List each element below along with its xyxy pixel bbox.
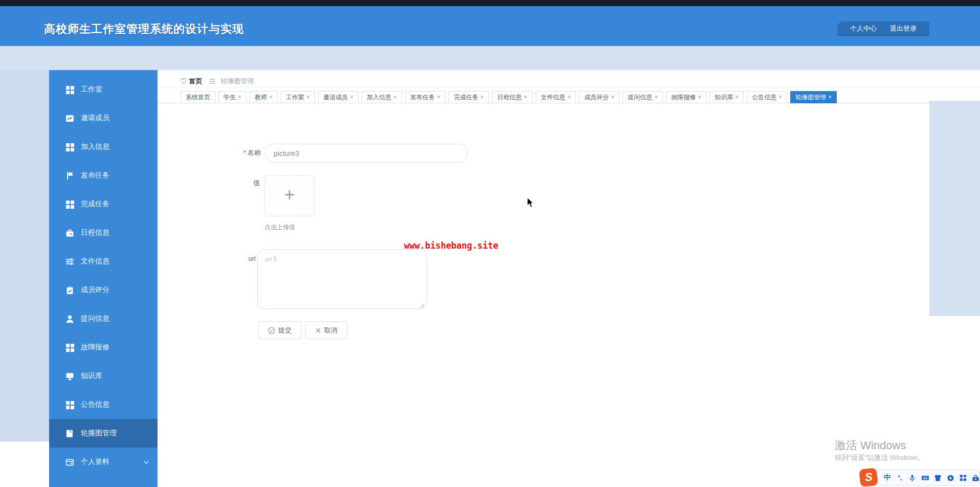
sidebar-item-studio[interactable]: 工作室 — [49, 75, 158, 104]
tab-file-info[interactable]: 文件信息× — [536, 91, 576, 103]
value-label: 值 — [246, 179, 260, 188]
sidebar-item-label: 完成任务 — [81, 200, 109, 209]
tab-label: 发布任务 — [410, 93, 435, 102]
plus-icon: + — [284, 186, 295, 204]
tab-close-icon[interactable]: × — [611, 94, 614, 100]
logout-link[interactable]: 退出登录 — [890, 24, 917, 33]
tab-close-icon[interactable]: × — [698, 94, 701, 100]
sidebar-item-carousel-management[interactable]: 轮播图管理 — [49, 419, 158, 448]
sidebar-item-member-score[interactable]: 成员评分 — [49, 276, 158, 304]
name-label: *名称 — [233, 148, 261, 158]
tab-close-icon[interactable]: × — [735, 94, 739, 100]
sidebar-item-label: 发布任务 — [81, 171, 109, 180]
grid-icon — [65, 200, 74, 209]
tab-knowledge-base[interactable]: 知识库× — [709, 91, 744, 103]
tab-close-icon[interactable]: × — [393, 94, 397, 100]
sogou-logo-icon[interactable]: S — [859, 468, 878, 486]
submit-button[interactable]: 提交 — [258, 321, 301, 339]
tab-carousel-management[interactable]: 轮播图管理× — [790, 91, 837, 103]
tab-schedule-info[interactable]: 日程信息× — [492, 91, 532, 103]
tab-label: 文件信息 — [541, 93, 565, 102]
tab-close-icon[interactable]: × — [269, 94, 273, 100]
close-icon: ✕ — [315, 327, 321, 334]
sidebar-item-label: 轮播图管理 — [81, 429, 117, 438]
punctuation-icon[interactable]: °, — [896, 474, 904, 482]
sidebar-item-label: 知识库 — [81, 371, 102, 381]
tab-label: 完成任务 — [454, 93, 478, 102]
sidebar-item-schedule-info[interactable]: 日程信息 — [49, 218, 158, 247]
tab-close-icon[interactable]: × — [567, 94, 571, 100]
chinese-mode-icon[interactable]: 中 — [883, 474, 892, 482]
tab-label: 公告信息 — [752, 93, 776, 102]
tab-label: 工作室 — [286, 93, 304, 102]
microphone-icon[interactable] — [908, 474, 917, 482]
tab-label: 教师 — [255, 93, 267, 102]
breadcrumb: ♡ 首页 轮播图管理 — [180, 76, 254, 87]
tab-teacher[interactable]: 教师× — [250, 91, 278, 103]
sidebar-item-fault-repair[interactable]: 故障报修 — [49, 333, 158, 362]
sidebar-item-invite-members[interactable]: 邀请成员 — [49, 104, 158, 132]
tab-close-icon[interactable]: × — [828, 94, 832, 100]
tab-member-score[interactable]: 成员评分× — [579, 91, 619, 103]
idcard-icon — [65, 458, 74, 467]
background-right-column — [929, 101, 980, 316]
tab-fault-repair[interactable]: 故障报修× — [666, 91, 706, 103]
upload-dropzone[interactable]: + — [264, 175, 315, 216]
os-top-strip — [0, 0, 980, 6]
sidebar-item-file-info[interactable]: 文件信息 — [49, 247, 158, 276]
tab-label: 轮播图管理 — [795, 93, 826, 102]
emoji-icon[interactable] — [946, 474, 954, 482]
tab-close-icon[interactable]: × — [306, 94, 310, 100]
keyboard-icon[interactable] — [921, 474, 929, 482]
profile-link[interactable]: 个人中心 — [850, 24, 877, 33]
chevron-down-icon — [143, 459, 149, 465]
windows-activation-subtitle: 转到"设置"以激活 Windows。 — [835, 453, 925, 462]
tab-label: 提问信息 — [628, 93, 652, 102]
tab-complete-task[interactable]: 完成任务× — [449, 91, 489, 103]
ime-toolbar: S 中 °, — [863, 470, 980, 486]
tab-close-icon[interactable]: × — [778, 94, 782, 100]
tab-label: 邀请成员 — [323, 93, 348, 102]
tab-question-info[interactable]: 提问信息× — [622, 91, 663, 103]
toolbox-icon[interactable] — [971, 474, 979, 482]
url-textarea[interactable] — [257, 249, 427, 309]
breadcrumb-home[interactable]: ♡ 首页 — [180, 77, 202, 86]
grid-icon — [65, 85, 74, 94]
cancel-button[interactable]: ✕ 取消 — [305, 321, 347, 339]
background-left-strip — [0, 70, 49, 441]
tab-close-icon[interactable]: × — [350, 94, 353, 100]
mouse-cursor — [527, 197, 534, 208]
sidebar-nav: 工作室邀请成员加入信息发布任务完成任务日程信息文件信息成员评分提问信息故障报修知… — [49, 70, 158, 487]
sidebar-item-label: 成员评分 — [81, 285, 109, 295]
sidebar-item-personal-profile[interactable]: 个人资料 — [49, 448, 158, 476]
sidebar-item-complete-task[interactable]: 完成任务 — [49, 190, 158, 218]
sidebar-item-publish-task[interactable]: 发布任务 — [49, 161, 158, 190]
check-circle-icon — [268, 327, 275, 334]
tab-close-icon[interactable]: × — [480, 94, 484, 100]
grid-icon — [65, 401, 74, 409]
grid-menu-icon[interactable] — [959, 474, 967, 482]
header-user-menu: 个人中心 退出登录 — [837, 21, 929, 36]
tab-close-icon[interactable]: × — [437, 94, 440, 100]
sidebar-item-knowledge-base[interactable]: 知识库 — [49, 362, 158, 390]
tab-student[interactable]: 学生× — [218, 91, 247, 103]
tab-announcement-info[interactable]: 公告信息× — [747, 91, 787, 103]
sidebar-item-question-info[interactable]: 提问信息 — [49, 304, 158, 333]
tab-studio[interactable]: 工作室× — [281, 91, 315, 103]
tab-close-icon[interactable]: × — [654, 94, 658, 100]
sidebar-item-label: 工作室 — [81, 85, 102, 94]
tab-publish-task[interactable]: 发布任务× — [405, 91, 446, 103]
tab-home[interactable]: 系统首页 — [181, 91, 215, 103]
resize-grip-icon[interactable] — [418, 302, 425, 308]
skin-icon[interactable] — [934, 474, 942, 482]
sidebar-item-label: 公告信息 — [81, 400, 109, 409]
tab-close-icon[interactable]: × — [524, 94, 527, 100]
tab-invite-members[interactable]: 邀请成员× — [318, 91, 359, 103]
sidebar-item-announcement-info[interactable]: 公告信息 — [49, 390, 158, 419]
grid-icon — [65, 343, 74, 352]
name-input[interactable] — [265, 144, 467, 163]
sidebar-item-join-info[interactable]: 加入信息 — [49, 132, 158, 161]
tab-close-icon[interactable]: × — [238, 94, 241, 100]
tab-join-info[interactable]: 加入信息× — [362, 91, 402, 103]
breadcrumb-current: 轮播图管理 — [220, 77, 254, 86]
